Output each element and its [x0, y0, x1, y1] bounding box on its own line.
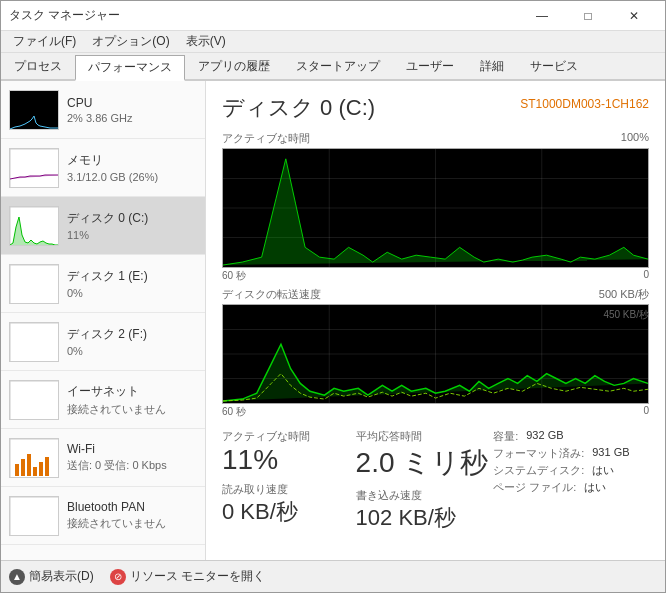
- active-time-stat: アクティブな時間 11%: [222, 429, 356, 476]
- transfer-speed-chart: [222, 304, 649, 404]
- active-time-stat-label: アクティブな時間: [222, 429, 356, 444]
- memory-mini-chart: [9, 148, 59, 188]
- bluetooth-label: Bluetooth PAN: [67, 500, 197, 514]
- tab-process[interactable]: プロセス: [1, 53, 75, 79]
- read-speed-stat-value: 0 KB/秒: [222, 497, 356, 527]
- ethernet-label: イーサネット: [67, 383, 197, 400]
- title-bar: タスク マネージャー — □ ✕: [1, 1, 665, 31]
- window-title: タスク マネージャー: [9, 7, 120, 24]
- tab-services[interactable]: サービス: [517, 53, 591, 79]
- disk2-mini-chart: [9, 322, 59, 362]
- write-speed-stat-label: 書き込み速度: [356, 488, 490, 503]
- transfer-speed-label-row: ディスクの転送速度 500 KB/秒: [222, 287, 649, 302]
- active-time-stat-value: 11%: [222, 444, 356, 476]
- disk1-label: ディスク 1 (E:): [67, 268, 197, 285]
- tab-startup[interactable]: スタートアップ: [283, 53, 393, 79]
- sidebar-item-disk1[interactable]: ディスク 1 (E:) 0%: [1, 255, 205, 313]
- active-time-section: アクティブな時間 100%: [222, 131, 649, 283]
- tab-performance[interactable]: パフォーマンス: [75, 55, 185, 81]
- disk1-stat: 0%: [67, 287, 197, 299]
- svg-rect-9: [27, 454, 31, 476]
- active-time-max: 100%: [621, 131, 649, 146]
- svg-rect-5: [10, 381, 59, 420]
- ethernet-mini-chart: [9, 380, 59, 420]
- panel-header: ディスク 0 (C:) ST1000DM003-1CH162: [222, 93, 649, 123]
- capacity-value: 932 GB: [526, 429, 563, 444]
- page-file-value: はい: [584, 480, 606, 495]
- maximize-button[interactable]: □: [565, 1, 611, 31]
- wifi-stat: 送信: 0 受信: 0 Kbps: [67, 458, 197, 473]
- panel-title: ディスク 0 (C:): [222, 93, 375, 123]
- bottom-bar: ▲ 簡易表示(D) ⊘ リソース モニターを開く: [1, 560, 665, 592]
- simple-view-button[interactable]: ▲ 簡易表示(D): [9, 568, 94, 585]
- stats-row: アクティブな時間 11% 読み取り速度 0 KB/秒 平均応答時間 2.0 ミリ…: [222, 429, 649, 533]
- transfer-time-0-label: 0: [643, 405, 649, 419]
- time-60-label: 60 秒: [222, 269, 246, 283]
- formatted-label: フォーマット済み:: [493, 446, 584, 461]
- write-speed-stat: 書き込み速度 102 KB/秒: [356, 488, 490, 533]
- formatted-row: フォーマット済み: 931 GB: [493, 446, 649, 461]
- resource-monitor-label: リソース モニターを開く: [130, 568, 265, 585]
- svg-rect-8: [21, 459, 25, 476]
- wifi-sidebar-info: Wi-Fi 送信: 0 受信: 0 Kbps: [67, 442, 197, 473]
- transfer-450-label: 450 KB/秒: [603, 308, 649, 322]
- tab-detail[interactable]: 詳細: [467, 53, 517, 79]
- cpu-stat: 2% 3.86 GHz: [67, 112, 197, 124]
- menu-options[interactable]: オプション(O): [84, 31, 177, 52]
- transfer-speed-max: 500 KB/秒: [599, 287, 649, 302]
- svg-rect-13: [10, 497, 59, 536]
- close-button[interactable]: ✕: [611, 1, 657, 31]
- memory-label: メモリ: [67, 152, 197, 169]
- stats-right: 容量: 932 GB フォーマット済み: 931 GB システムディスク: はい…: [489, 429, 649, 533]
- sidebar-item-cpu[interactable]: CPU 2% 3.86 GHz: [1, 81, 205, 139]
- disk2-stat: 0%: [67, 345, 197, 357]
- menu-view[interactable]: 表示(V): [178, 31, 234, 52]
- capacity-label: 容量:: [493, 429, 518, 444]
- simple-view-icon: ▲: [9, 569, 25, 585]
- cpu-sidebar-info: CPU 2% 3.86 GHz: [67, 96, 197, 124]
- read-speed-stat-label: 読み取り速度: [222, 482, 356, 497]
- sidebar-item-wifi[interactable]: Wi-Fi 送信: 0 受信: 0 Kbps: [1, 429, 205, 487]
- sidebar-item-memory[interactable]: メモリ 3.1/12.0 GB (26%): [1, 139, 205, 197]
- transfer-speed-label: ディスクの転送速度: [222, 287, 321, 302]
- system-disk-label: システムディスク:: [493, 463, 584, 478]
- sidebar-item-disk2[interactable]: ディスク 2 (F:) 0%: [1, 313, 205, 371]
- disk2-sidebar-info: ディスク 2 (F:) 0%: [67, 326, 197, 357]
- avg-response-stat-value: 2.0 ミリ秒: [356, 444, 490, 482]
- simple-view-label: 簡易表示(D): [29, 568, 94, 585]
- svg-rect-12: [45, 457, 49, 476]
- transfer-time-label: 60 秒 0: [222, 405, 649, 419]
- sidebar-item-bluetooth[interactable]: Bluetooth PAN 接続されていません: [1, 487, 205, 545]
- sidebar-item-ethernet[interactable]: イーサネット 接続されていません: [1, 371, 205, 429]
- active-time-label-row: アクティブな時間 100%: [222, 131, 649, 146]
- svg-rect-10: [33, 467, 37, 476]
- time-0-label: 0: [643, 269, 649, 283]
- wifi-mini-chart: [9, 438, 59, 478]
- detail-panel: ディスク 0 (C:) ST1000DM003-1CH162 アクティブな時間 …: [206, 81, 665, 560]
- panel-model: ST1000DM003-1CH162: [520, 97, 649, 111]
- sidebar-item-disk0[interactable]: ディスク 0 (C:) 11%: [1, 197, 205, 255]
- formatted-value: 931 GB: [592, 446, 629, 461]
- tab-app-history[interactable]: アプリの履歴: [185, 53, 283, 79]
- stats-left: アクティブな時間 11% 読み取り速度 0 KB/秒: [222, 429, 356, 533]
- transfer-time-60-label: 60 秒: [222, 405, 246, 419]
- disk0-label: ディスク 0 (C:): [67, 210, 197, 227]
- ethernet-stat: 接続されていません: [67, 402, 197, 417]
- main-window: タスク マネージャー — □ ✕ ファイル(F) オプション(O) 表示(V) …: [0, 0, 666, 593]
- minimize-button[interactable]: —: [519, 1, 565, 31]
- system-disk-value: はい: [592, 463, 614, 478]
- svg-rect-4: [10, 323, 59, 362]
- read-speed-stat: 読み取り速度 0 KB/秒: [222, 482, 356, 527]
- menu-file[interactable]: ファイル(F): [5, 31, 84, 52]
- capacity-row: 容量: 932 GB: [493, 429, 649, 444]
- sidebar: CPU 2% 3.86 GHz メモリ 3.1/12.0 GB (26%): [1, 81, 206, 560]
- tab-users[interactable]: ユーザー: [393, 53, 467, 79]
- resource-monitor-button[interactable]: ⊘ リソース モニターを開く: [110, 568, 265, 585]
- avg-response-stat-label: 平均応答時間: [356, 429, 490, 444]
- svg-rect-3: [10, 265, 59, 304]
- disk0-stat: 11%: [67, 229, 197, 241]
- menu-bar: ファイル(F) オプション(O) 表示(V): [1, 31, 665, 53]
- disk2-label: ディスク 2 (F:): [67, 326, 197, 343]
- bluetooth-stat: 接続されていません: [67, 516, 197, 531]
- page-file-label: ページ ファイル:: [493, 480, 576, 495]
